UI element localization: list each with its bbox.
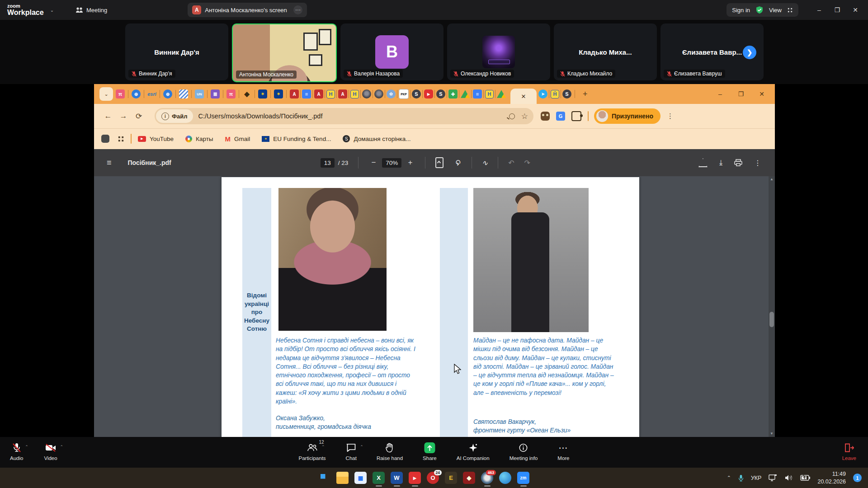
tab-meeting[interactable]: Meeting bbox=[75, 7, 107, 14]
h-shield-favicon-tab[interactable]: H bbox=[350, 90, 359, 99]
purple-list-favicon-tab[interactable]: ≣ bbox=[211, 89, 220, 99]
new-tab-button[interactable]: + bbox=[583, 89, 588, 99]
profile-button[interactable]: Призупинено bbox=[594, 108, 660, 124]
zoom-level-value[interactable]: 70% bbox=[382, 158, 401, 168]
esri-favicon-tab[interactable]: esri bbox=[147, 89, 156, 99]
speaker-icon[interactable] bbox=[785, 474, 793, 481]
network-icon[interactable] bbox=[769, 474, 778, 482]
edge-icon[interactable] bbox=[499, 472, 511, 484]
file-explorer-icon[interactable] bbox=[336, 472, 349, 484]
pdf-viewer[interactable]: Відомі українці про Небесну Сотню Небесн… bbox=[94, 176, 775, 437]
share-screen-button[interactable]: Share bbox=[423, 442, 437, 461]
tray-mic-icon[interactable] bbox=[738, 474, 744, 482]
striped-doc-favicon-tab[interactable] bbox=[179, 89, 188, 99]
raise-hand-button[interactable]: Raise hand bbox=[377, 442, 403, 461]
chevron-down-icon[interactable]: ⌄ bbox=[50, 8, 54, 13]
pdf-favicon-tab[interactable]: A bbox=[338, 89, 347, 99]
reload-button[interactable]: ⟳ bbox=[131, 112, 146, 121]
pi-favicon-tab[interactable]: π bbox=[226, 89, 236, 99]
dark-app-favicon-tab[interactable] bbox=[362, 89, 371, 99]
audio-options-caret[interactable]: ⌃ bbox=[25, 445, 28, 449]
close-button[interactable]: ✕ bbox=[846, 6, 864, 14]
h-shield-cap-favicon-tab[interactable]: Ĥ bbox=[551, 90, 559, 99]
scroll-up-icon[interactable]: ▲ bbox=[770, 176, 774, 183]
h-shield-favicon-tab[interactable]: H bbox=[326, 90, 335, 99]
apps-grid-icon[interactable] bbox=[118, 136, 124, 142]
pi-favicon-tab[interactable]: π bbox=[116, 89, 125, 99]
address-bar[interactable]: i Файл C:/Users/moska/Downloads/Посібник… bbox=[155, 108, 533, 124]
next-participants-button[interactable]: ❯ bbox=[743, 46, 756, 59]
browser-minimize-button[interactable]: – bbox=[710, 90, 731, 98]
excel-icon[interactable]: X bbox=[373, 472, 385, 484]
globe-favicon-tab[interactable]: ⊕ bbox=[132, 89, 141, 99]
chat-options-caret[interactable]: ⌃ bbox=[360, 445, 363, 449]
sign-in-button[interactable]: Sign in bbox=[732, 7, 750, 14]
page-number-input[interactable]: 13 bbox=[321, 158, 335, 168]
print-button[interactable] bbox=[734, 159, 742, 166]
fit-page-button[interactable] bbox=[435, 157, 443, 168]
google-translate-icon[interactable]: G bbox=[556, 112, 565, 121]
participant-tile-active-video[interactable]: Антоніна Москаленко bbox=[232, 23, 337, 82]
save-to-drive-icon[interactable] bbox=[698, 158, 708, 167]
bookmark-youtube[interactable]: ▶ YouTube bbox=[138, 136, 174, 142]
browser-close-button[interactable]: ✕ bbox=[751, 90, 772, 98]
bookmark-gmail[interactable]: M Gmail bbox=[225, 135, 250, 143]
security-shield-icon[interactable] bbox=[755, 6, 764, 14]
clock[interactable]: 11:49 20.02.2026 bbox=[817, 470, 846, 485]
telegram-favicon-tab[interactable]: ➤ bbox=[538, 89, 547, 99]
dark-app-favicon-tab[interactable] bbox=[374, 89, 383, 99]
scrollbar-thumb[interactable] bbox=[769, 312, 774, 327]
close-tab-icon[interactable]: ✕ bbox=[521, 93, 526, 100]
notification-center-badge[interactable]: 1 bbox=[853, 474, 862, 482]
participant-tile[interactable]: Кладько Миха... Кладько Михайло bbox=[554, 23, 657, 80]
s-app-favicon-tab[interactable]: S bbox=[412, 89, 421, 99]
participant-tile[interactable]: Олександр Новиков bbox=[447, 23, 550, 80]
pdf-favicon-tab[interactable]: A bbox=[290, 89, 299, 99]
eu-flag-favicon-tab[interactable]: ✶ bbox=[274, 89, 283, 99]
s-app-favicon-tab[interactable]: S bbox=[436, 89, 445, 99]
leave-button[interactable]: Leave bbox=[842, 442, 856, 461]
language-indicator[interactable]: УКР bbox=[751, 475, 762, 481]
scroll-down-icon[interactable]: ▼ bbox=[770, 431, 774, 437]
tab-shared-screen[interactable]: А Антоніна Москаленко's screen ⋯ bbox=[188, 3, 307, 17]
opera-icon[interactable]: O 24 bbox=[427, 472, 439, 484]
pdf-favicon-tab[interactable]: A bbox=[314, 89, 323, 99]
bookmark-home-page[interactable]: S Домашня сторінка... bbox=[343, 135, 410, 142]
meeting-info-button[interactable]: Meeting info bbox=[509, 442, 538, 461]
tab-options-icon[interactable]: ⋯ bbox=[293, 5, 302, 14]
owl-extension-icon[interactable] bbox=[541, 112, 550, 121]
green-cross-favicon-tab[interactable]: ✚ bbox=[448, 89, 458, 99]
browser-restore-button[interactable]: ❐ bbox=[731, 90, 751, 98]
active-pdf-tab[interactable]: ✕ bbox=[510, 89, 537, 104]
e-app-icon[interactable]: E bbox=[445, 472, 457, 484]
zoom-page-icon[interactable] bbox=[509, 113, 515, 119]
google-drive-favicon-tab[interactable] bbox=[461, 89, 470, 99]
participants-options-caret[interactable]: ⌃ bbox=[321, 445, 325, 449]
participant-tile[interactable]: B Валерія Назарова bbox=[340, 23, 443, 80]
scrollbar[interactable]: ▲ ▼ bbox=[769, 176, 775, 437]
back-button[interactable]: ← bbox=[100, 112, 116, 121]
fao-globe-favicon-tab[interactable]: ✿ bbox=[387, 89, 396, 99]
start-button[interactable] bbox=[318, 472, 330, 484]
microsoft-store-icon[interactable]: ▦ bbox=[354, 472, 367, 484]
un-favicon-tab[interactable]: UN bbox=[195, 89, 204, 99]
graduation-cap-favicon-tab[interactable]: ◆ bbox=[242, 89, 251, 99]
more-button[interactable]: ⋯ More bbox=[557, 442, 569, 461]
pdf-more-icon[interactable]: ⋮ bbox=[754, 159, 761, 167]
word-icon[interactable]: W bbox=[391, 472, 403, 484]
chat-button[interactable]: ⌃ Chat bbox=[346, 442, 357, 461]
h-shield-favicon-tab[interactable]: H bbox=[485, 90, 494, 99]
minimize-button[interactable]: – bbox=[810, 6, 828, 14]
s-app-favicon-tab[interactable]: S bbox=[562, 89, 571, 99]
rotate-button[interactable]: ⟲ bbox=[454, 160, 463, 165]
undo-button[interactable]: ↶ bbox=[508, 159, 514, 167]
battery-icon[interactable] bbox=[800, 475, 810, 481]
pkp-favicon-tab[interactable]: РКР bbox=[399, 89, 409, 99]
bookmark-maps[interactable]: Карты bbox=[185, 136, 213, 142]
forward-button[interactable]: → bbox=[116, 112, 131, 121]
eu-flag-favicon-tab[interactable]: ✶ bbox=[258, 89, 267, 99]
ai-companion-button[interactable]: AI Companion bbox=[457, 442, 490, 461]
zoom-app-icon[interactable]: zm bbox=[517, 472, 529, 484]
browser-globe-icon[interactable]: 463 bbox=[481, 472, 493, 484]
video-options-caret[interactable]: ⌃ bbox=[60, 445, 63, 449]
